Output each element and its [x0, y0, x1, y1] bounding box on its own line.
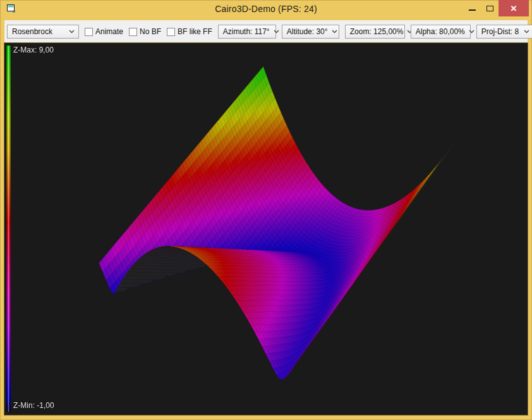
- checkbox-bf-like-ff-box[interactable]: [167, 28, 175, 36]
- chevron-down-icon: [469, 30, 475, 34]
- minimize-button[interactable]: [463, 0, 481, 16]
- toolbar: Rosenbrock Animate No BF BF like FF Azim…: [4, 20, 528, 43]
- checkbox-no-bf[interactable]: No BF: [129, 27, 161, 36]
- checkbox-no-bf-box[interactable]: [129, 28, 137, 36]
- z-max-label: Z-Max: 9,00: [13, 46, 54, 54]
- proj-dist-select-value: Proj-Dist: 8: [481, 27, 519, 36]
- azimuth-select-value: Azimuth: 117°: [223, 27, 270, 36]
- close-button[interactable]: ✕: [499, 0, 529, 16]
- function-select[interactable]: Rosenbrock: [7, 25, 79, 39]
- surface-canvas[interactable]: [4, 43, 528, 415]
- z-min-label: Z-Min: -1,00: [13, 401, 54, 410]
- chevron-down-icon: [332, 30, 337, 34]
- app-window: Cairo3D-Demo (FPS: 24) ✕ Rosenbrock Anim…: [0, 0, 532, 420]
- checkbox-animate[interactable]: Animate: [85, 27, 123, 36]
- checkbox-bf-like-ff-label: BF like FF: [178, 27, 212, 36]
- zoom-select-value: Zoom: 125,00%: [350, 27, 404, 36]
- alpha-select[interactable]: Alpha: 80,00%: [411, 25, 471, 39]
- maximize-button[interactable]: [481, 0, 499, 16]
- checkbox-animate-box[interactable]: [85, 28, 93, 36]
- checkbox-no-bf-label: No BF: [140, 27, 161, 36]
- azimuth-select[interactable]: Azimuth: 117°: [218, 25, 276, 39]
- chevron-down-icon: [524, 30, 529, 34]
- function-select-value: Rosenbrock: [12, 27, 52, 36]
- minimize-icon: [469, 9, 476, 11]
- render-viewport: Z-Max: 9,00 Z-Min: -1,00: [4, 43, 528, 415]
- zoom-select[interactable]: Zoom: 125,00%: [345, 25, 405, 39]
- alpha-select-value: Alpha: 80,00%: [416, 27, 465, 36]
- chevron-down-icon: [69, 30, 75, 34]
- checkbox-bf-like-ff[interactable]: BF like FF: [167, 27, 212, 36]
- titlebar[interactable]: Cairo3D-Demo (FPS: 24) ✕: [0, 0, 532, 18]
- colormap-gradient-bar: [6, 46, 11, 412]
- maximize-icon: [487, 6, 493, 11]
- chevron-down-icon: [274, 30, 279, 34]
- altitude-select-value: Altitude: 30°: [287, 27, 328, 36]
- window-title: Cairo3D-Demo (FPS: 24): [0, 0, 532, 18]
- proj-dist-select[interactable]: Proj-Dist: 8: [476, 25, 532, 39]
- altitude-select[interactable]: Altitude: 30°: [282, 25, 339, 39]
- checkbox-animate-label: Animate: [95, 27, 123, 36]
